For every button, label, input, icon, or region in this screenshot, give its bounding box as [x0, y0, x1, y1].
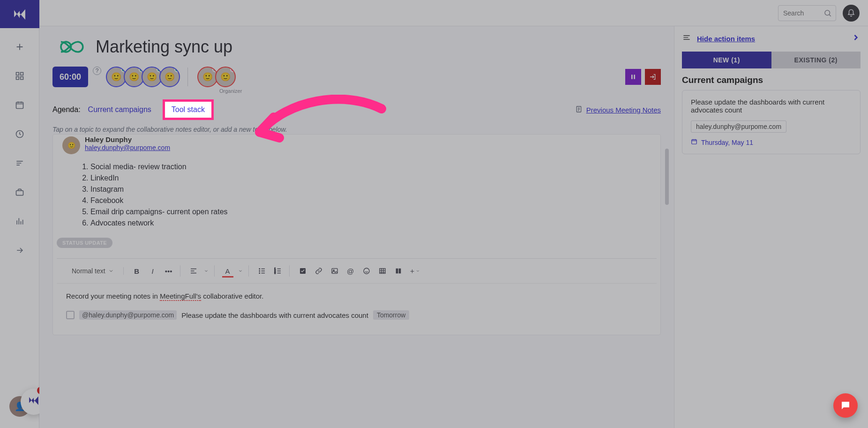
notes-editor: Normal text B I ••• A	[57, 258, 657, 335]
attendee-avatar[interactable]: 🙂	[215, 67, 236, 87]
attendee-separator	[187, 68, 188, 86]
svg-rect-2	[16, 77, 19, 80]
dashboard-icon[interactable]	[9, 66, 30, 86]
status-update-pill[interactable]: STATUS UPDATE	[57, 238, 112, 248]
svg-point-20	[364, 268, 369, 274]
topic-list: Social media- review traction LinkedIn I…	[79, 163, 660, 227]
link-button[interactable]	[313, 265, 324, 277]
action-item-due-date[interactable]: Thursday, May 11	[691, 138, 852, 146]
previous-meeting-notes-link[interactable]: Previous Meeting Notes	[575, 105, 661, 114]
svg-rect-3	[20, 77, 23, 80]
svg-point-12	[259, 270, 260, 271]
chevron-down-icon	[108, 268, 114, 274]
author-name: Haley Dunphy	[85, 135, 170, 143]
format-select[interactable]: Normal text	[68, 267, 118, 275]
checkbox-button[interactable]	[297, 265, 308, 277]
task-due-chip[interactable]: Tomorrow	[373, 310, 409, 320]
panel-menu-icon[interactable]	[682, 33, 691, 44]
attendee-avatar[interactable]: 🙂	[159, 67, 180, 87]
task-row: @haley.dunphy@purpome.com Please update …	[66, 310, 647, 320]
action-item-date-text: Thursday, May 11	[701, 139, 753, 146]
bullet-list-button[interactable]	[256, 265, 268, 277]
table-button[interactable]	[377, 265, 388, 277]
action-items-section-title: Current campaigns	[682, 75, 861, 85]
chevron-down-icon	[238, 269, 243, 273]
panel-collapse-icon[interactable]	[851, 33, 861, 44]
columns-button[interactable]	[393, 265, 404, 277]
svg-rect-21	[380, 269, 385, 274]
main-content: Marketing sync up 60:00 ? 🙂 🙂 🙂 🙂 🙂 🙂 Or…	[39, 26, 674, 428]
svg-rect-9	[634, 75, 635, 79]
leave-meeting-button[interactable]	[645, 69, 661, 85]
organizer-label: Organizer	[219, 88, 242, 94]
topic-item: Social media- review traction	[90, 163, 660, 171]
notes-card: 🙂 Haley Dunphy haley.dunphy@purpome.com …	[52, 134, 661, 335]
svg-rect-6	[16, 191, 23, 195]
previous-notes-label: Previous Meeting Notes	[586, 106, 661, 114]
meeting-title: Marketing sync up	[96, 37, 232, 57]
left-navigation-rail: 👤 19	[0, 0, 39, 428]
calendar-icon[interactable]	[9, 95, 30, 115]
editor-toolbar: Normal text B I ••• A	[57, 259, 657, 284]
svg-text:3: 3	[274, 272, 276, 274]
pause-meeting-button[interactable]	[625, 69, 641, 85]
search-input[interactable]	[783, 9, 821, 17]
agenda-tab-tool-stack[interactable]: Tool stack	[163, 99, 214, 120]
text-color-button[interactable]: A	[222, 265, 233, 277]
arrow-right-icon[interactable]	[9, 240, 30, 261]
meeting-timer[interactable]: 60:00	[52, 67, 88, 87]
recurring-meeting-icon	[52, 33, 86, 61]
bold-button[interactable]: B	[131, 265, 142, 277]
action-item-card[interactable]: Please update the dashboards with curren…	[682, 90, 861, 154]
add-icon[interactable]	[9, 37, 30, 57]
format-select-label: Normal text	[72, 267, 105, 275]
analytics-icon[interactable]	[9, 211, 30, 232]
confirmed-attendees: 🙂 🙂 🙂 🙂	[104, 67, 180, 87]
topic-item: LinkedIn	[90, 174, 660, 182]
action-item-assignee[interactable]: haley.dunphy@purpome.com	[691, 120, 786, 133]
svg-rect-24	[692, 140, 697, 144]
italic-button[interactable]: I	[147, 265, 158, 277]
timer-help-icon[interactable]: ?	[93, 67, 101, 75]
image-button[interactable]	[329, 265, 340, 277]
svg-point-11	[259, 269, 260, 270]
app-logo[interactable]	[0, 0, 39, 28]
task-text: Please update the dashboards with curren…	[181, 311, 368, 319]
task-checkbox[interactable]	[66, 311, 75, 319]
task-mention[interactable]: @haley.dunphy@purpome.com	[79, 310, 177, 320]
insert-more-button[interactable]: ＋	[409, 265, 420, 277]
pending-attendees: 🙂 🙂	[195, 67, 236, 87]
history-icon[interactable]	[9, 124, 30, 144]
action-items-tab-new[interactable]: NEW (1)	[682, 52, 771, 68]
hide-action-items-link[interactable]: Hide action items	[697, 35, 755, 43]
action-item-description: Please update the dashboards with curren…	[691, 98, 852, 114]
svg-point-13	[259, 273, 260, 274]
svg-rect-0	[16, 73, 19, 75]
agenda-tab-current-campaigns[interactable]: Current campaigns	[86, 103, 153, 117]
author-avatar[interactable]: 🙂	[62, 136, 80, 154]
svg-rect-1	[20, 73, 23, 75]
author-email-link[interactable]: haley.dunphy@purpome.com	[85, 144, 170, 151]
editor-text-suffix: collaborative editor.	[201, 292, 263, 300]
align-button[interactable]	[188, 265, 199, 277]
editor-text-prefix: Record your meeting notes in	[66, 292, 160, 300]
emoji-button[interactable]	[361, 265, 372, 277]
agenda-hint-text: Tap on a topic to expand the collaborati…	[52, 126, 661, 133]
svg-rect-4	[16, 102, 23, 108]
chevron-down-icon	[204, 269, 209, 273]
numbered-list-button[interactable]: 123	[272, 265, 284, 277]
notes-icon[interactable]	[9, 153, 30, 173]
top-bar	[39, 0, 868, 26]
editor-body[interactable]: Record your meeting notes in MeetingFull…	[57, 284, 657, 335]
more-format-button[interactable]: •••	[163, 265, 174, 277]
app-logo-small-icon	[27, 394, 40, 410]
support-chat-button[interactable]	[833, 393, 858, 418]
document-icon	[575, 105, 583, 114]
briefcase-icon[interactable]	[9, 182, 30, 203]
search-input-wrap[interactable]	[778, 5, 836, 21]
notifications-bell-button[interactable]	[843, 5, 860, 22]
mention-button[interactable]: @	[345, 265, 356, 277]
scrollbar-indicator[interactable]	[665, 149, 669, 205]
action-items-tab-existing[interactable]: EXISTING (2)	[771, 52, 861, 68]
svg-point-7	[825, 10, 830, 15]
